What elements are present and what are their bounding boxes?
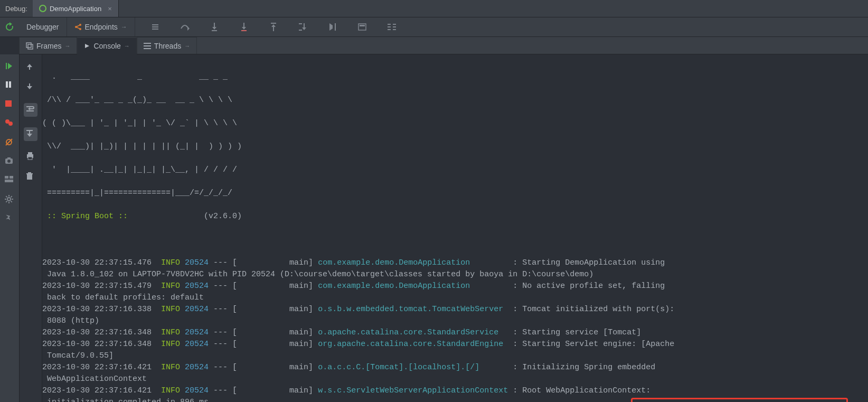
evaluate-expression-icon[interactable] [353, 23, 372, 31]
ascii-line: /\\ / ___'_ __ _ _(_)_ __ __ _ \ \ \ \ [42, 95, 862, 106]
console-output[interactable]: . ____ _ __ _ _ /\\ / ___'_ __ _ _(_)_ _… [42, 54, 868, 402]
log-line: 2023-10-30 22:37:16.421 INFO 20524 --- [… [42, 362, 862, 373]
clear-all-icon[interactable] [26, 172, 35, 181]
camera-icon[interactable] [5, 157, 14, 166]
debug-label: Debug: [0, 5, 33, 13]
svg-rect-27 [10, 176, 13, 179]
svg-rect-16 [6, 81, 8, 88]
layout-icon[interactable] [5, 176, 14, 185]
svg-rect-39 [26, 173, 33, 174]
svg-point-0 [40, 5, 46, 12]
scroll-to-end-icon[interactable] [24, 127, 37, 141]
resume-icon[interactable] [5, 62, 14, 71]
svg-rect-35 [28, 152, 32, 154]
pause-icon[interactable] [5, 81, 14, 90]
svg-rect-38 [28, 172, 31, 173]
svg-marker-15 [8, 63, 12, 69]
trace-current-stream-icon[interactable] [382, 24, 401, 30]
subtab-threads-label: Threads [154, 42, 181, 50]
step-out-icon[interactable] [264, 23, 283, 31]
scroll-down-icon[interactable] [26, 83, 35, 92]
stop-icon[interactable] [5, 100, 14, 109]
log-line-cont: initialization completed in 896 ms [42, 397, 862, 402]
svg-rect-26 [5, 176, 8, 179]
subtab-frames[interactable]: Frames → [19, 37, 77, 54]
svg-rect-12 [28, 44, 33, 49]
svg-rect-5 [212, 30, 217, 31]
svg-marker-1 [41, 10, 43, 12]
svg-point-29 [7, 198, 11, 201]
view-breakpoints-icon[interactable] [5, 119, 14, 128]
svg-rect-24 [7, 157, 11, 159]
log-line: 2023-10-30 22:37:16.421 INFO 20524 --- [… [42, 385, 862, 397]
svg-rect-7 [271, 23, 276, 24]
ascii-line: =========|_|==============|___/=/_/_/_/ [42, 188, 862, 199]
tab-endpoints[interactable]: Endpoints → [67, 17, 135, 36]
log-line: 2023-10-30 22:37:16.338 INFO 20524 --- [… [42, 304, 862, 315]
log-line-cont: back to default profiles: default [42, 292, 862, 304]
console-icon [84, 43, 90, 49]
pin-icon[interactable] [5, 214, 14, 223]
log-line-cont: Java 1.8.0_102 on LAPTOP-7V8DV2HC with P… [42, 269, 862, 281]
svg-rect-28 [5, 180, 13, 182]
subtab-threads[interactable]: Threads → [137, 37, 197, 54]
rerun-button[interactable] [0, 17, 19, 36]
console-action-gutter [20, 54, 42, 402]
ascii-line: . ____ _ __ _ _ [42, 71, 862, 83]
tab-debugger-label: Debugger [26, 23, 59, 31]
step-over-icon[interactable] [175, 23, 194, 31]
subtab-frames-label: Frames [36, 42, 61, 50]
log-line-cont: Tomcat/9.0.55] [42, 350, 862, 362]
force-step-into-icon[interactable] [234, 23, 253, 31]
ascii-line: ( ( )\___ | '_ | '_| | '_ \/ _` | \ \ \ … [42, 118, 862, 129]
run-to-cursor-icon[interactable] [323, 23, 342, 31]
log-line: 2023-10-30 22:37:15.479 INFO 20524 --- [… [42, 281, 862, 292]
ascii-line: \\/ ___)| |_)| | | | | || (_| | ) ) ) ) [42, 141, 862, 153]
tab-debugger[interactable]: Debugger [19, 17, 67, 36]
detach-icon[interactable]: → [121, 23, 127, 31]
tab-endpoints-label: Endpoints [85, 23, 118, 31]
ascii-tag: :: Spring Boot :: (v2.6.0) [42, 211, 862, 222]
debug-topbar: Debug: DemoApplication × [0, 0, 868, 17]
debugger-subtabs: Frames → Console → Threads → [19, 37, 868, 54]
endpoints-icon [74, 23, 82, 31]
svg-point-20 [8, 121, 13, 126]
svg-rect-9 [358, 24, 366, 30]
show-exec-point-icon[interactable] [146, 23, 165, 31]
run-config-tab[interactable]: DemoApplication × [33, 0, 119, 17]
log-line: 2023-10-30 22:37:16.348 INFO 20524 --- [… [42, 339, 862, 350]
svg-rect-11 [26, 43, 31, 48]
svg-rect-10 [360, 25, 365, 26]
debugger-toolbar: Debugger Endpoints → [0, 17, 868, 37]
log-line: 2023-10-30 22:37:15.476 INFO 20524 --- [… [42, 257, 862, 269]
subtab-console[interactable]: Console → [77, 38, 136, 54]
svg-rect-6 [241, 30, 247, 31]
step-into-icon[interactable] [205, 23, 224, 31]
soft-wrap-icon[interactable] [24, 103, 37, 117]
log-line: 2023-10-30 22:37:16.348 INFO 20524 --- [… [42, 327, 862, 339]
svg-rect-32 [26, 130, 33, 131]
ascii-line: ' |____| .__|_| |_|_| |_\__, | / / / / [42, 164, 862, 176]
mute-breakpoints-icon[interactable] [5, 138, 14, 147]
svg-rect-14 [6, 63, 7, 69]
svg-rect-18 [5, 100, 12, 107]
svg-rect-8 [335, 23, 336, 31]
subtab-console-label: Console [93, 42, 120, 50]
left-action-gutter [0, 54, 20, 402]
frames-icon [26, 42, 33, 50]
svg-rect-17 [9, 81, 11, 88]
close-tab-icon[interactable]: × [108, 5, 112, 13]
svg-marker-13 [85, 44, 89, 48]
scroll-up-icon[interactable] [26, 63, 35, 72]
run-config-name: DemoApplication [50, 5, 101, 13]
svg-rect-31 [29, 83, 30, 87]
spring-run-icon [39, 5, 46, 12]
svg-rect-30 [29, 67, 30, 70]
print-icon[interactable] [26, 152, 35, 161]
settings-icon[interactable] [5, 195, 14, 204]
threads-icon [144, 43, 151, 49]
svg-rect-37 [27, 174, 32, 180]
svg-point-25 [7, 160, 11, 163]
log-line-cont: 8088 (http) [42, 315, 862, 327]
drop-frame-icon[interactable] [294, 23, 313, 31]
